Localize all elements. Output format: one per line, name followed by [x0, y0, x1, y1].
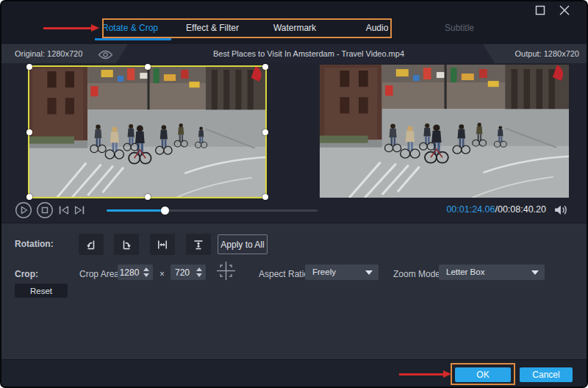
app-window: Rotate & Crop Effect & Filter Watermark … [0, 0, 588, 388]
footer-bar: OK Cancel [1, 359, 587, 388]
crop-area-label: Crop Area: [79, 269, 121, 279]
crop-height-spinner [194, 265, 204, 280]
crop-width-input[interactable] [118, 265, 141, 280]
output-video-frame [320, 65, 569, 198]
output-resolution-label: Output: 1280x720 [483, 44, 588, 63]
flip-vertical-button[interactable] [186, 234, 211, 255]
rotate-left-icon [85, 239, 97, 251]
seek-progress-fill [107, 209, 165, 212]
title-tab-bar: Rotate & Crop Effect & Filter Watermark … [1, 1, 587, 44]
spinner-up-icon[interactable] [196, 267, 202, 271]
crop-handle-top-left[interactable] [26, 64, 32, 70]
crop-handle-top-center[interactable] [145, 64, 151, 70]
playback-bar: 00:01:24.06/00:08:40.20 [1, 198, 587, 223]
rotate-right-icon [121, 239, 132, 251]
aspect-ratio-select[interactable]: Freely [305, 265, 379, 280]
zoom-mode-select[interactable]: Letter Box [439, 265, 545, 280]
output-video-preview[interactable] [320, 65, 569, 198]
crop-center-icon[interactable] [216, 261, 236, 281]
flip-vertical-icon [193, 239, 204, 251]
ok-button[interactable]: OK [455, 367, 511, 382]
crop-label: Crop: [15, 269, 38, 279]
crop-height-input[interactable] [171, 265, 194, 280]
tab-audio[interactable]: Audio [336, 19, 418, 37]
tab-rotate-crop[interactable]: Rotate & Crop [89, 19, 171, 37]
rotate-right-button[interactable] [114, 234, 139, 255]
tab-watermark[interactable]: Watermark [254, 19, 336, 37]
maximize-icon[interactable] [534, 5, 546, 15]
timecode: 00:01:24.06/00:08:40.20 [446, 204, 546, 215]
next-frame-button[interactable] [73, 204, 86, 216]
spinner-down-icon[interactable] [196, 273, 202, 277]
rotate-crop-panel: Rotation: Apply to All Crop: Crop Area: [1, 223, 587, 359]
tab-effect-filter[interactable]: Effect & Filter [171, 19, 254, 37]
time-current: 00:01:24.06 [446, 204, 495, 215]
eye-preview-icon[interactable] [98, 49, 113, 59]
crop-width-field[interactable] [118, 265, 153, 280]
previous-frame-button[interactable] [57, 204, 71, 216]
reset-button[interactable]: Reset [15, 284, 68, 298]
crop-handle-top-right[interactable] [262, 64, 268, 70]
screenshot-stage: Rotate & Crop Effect & Filter Watermark … [0, 0, 588, 388]
aspect-ratio-label: Aspect Ratio: [259, 269, 311, 279]
volume-icon[interactable] [554, 204, 569, 216]
time-total: 00:08:40.20 [498, 204, 546, 215]
zoom-mode-label: Zoom Mode: [393, 269, 442, 279]
flip-horizontal-icon [157, 239, 168, 251]
spinner-up-icon[interactable] [143, 267, 149, 271]
tab-bar: Rotate & Crop Effect & Filter Watermark … [89, 19, 501, 37]
chevron-down-icon [531, 270, 539, 275]
crop-height-field[interactable] [171, 265, 206, 280]
cancel-button[interactable]: Cancel [520, 367, 573, 382]
active-tab-underline [95, 38, 171, 40]
multiply-sign: × [159, 269, 165, 279]
seek-thumb[interactable] [161, 206, 169, 215]
rotate-left-button[interactable] [79, 234, 104, 255]
seek-slider[interactable] [107, 205, 318, 215]
apply-to-all-button[interactable]: Apply to All [218, 234, 268, 254]
crop-selection-frame[interactable] [28, 65, 267, 198]
original-video-preview[interactable] [28, 65, 267, 198]
aspect-ratio-value: Freely [312, 267, 336, 276]
play-button[interactable] [15, 201, 32, 219]
chevron-down-icon [365, 270, 373, 275]
tab-subtitle[interactable]: Subtitle [418, 19, 501, 37]
stop-button[interactable] [36, 201, 54, 219]
video-filename: Best Places to Visit In Amsterdam - Trav… [148, 44, 469, 63]
close-icon[interactable] [559, 5, 570, 15]
preview-header: Original: 1280x720 Best Places to Visit … [1, 44, 587, 63]
rotation-label: Rotation: [15, 239, 54, 249]
flip-horizontal-button[interactable] [150, 234, 175, 255]
crop-handle-middle-left[interactable] [26, 129, 32, 135]
zoom-mode-value: Letter Box [446, 267, 484, 276]
spinner-down-icon[interactable] [143, 273, 149, 277]
crop-handle-middle-right[interactable] [262, 129, 268, 135]
crop-width-spinner [141, 265, 151, 280]
